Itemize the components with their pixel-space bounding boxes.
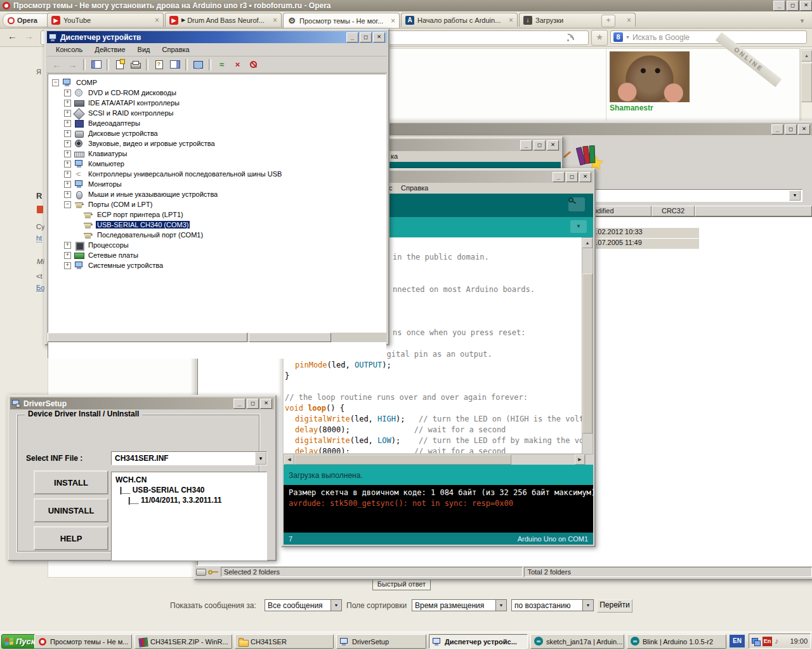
install-button[interactable]: INSTALL — [34, 470, 108, 494]
disable-icon[interactable] — [246, 58, 261, 71]
dropdown-arrow-icon[interactable]: ▼ — [495, 600, 506, 611]
scroll-up-icon[interactable]: ▲ — [801, 50, 812, 62]
network-tray-icon[interactable] — [752, 638, 760, 645]
print-icon[interactable] — [128, 58, 143, 71]
taskbar-item[interactable]: sketch_jan17a | Arduin... — [530, 634, 624, 649]
tab-close-icon[interactable]: × — [627, 16, 631, 25]
opera-minimize-button[interactable] — [773, 1, 785, 11]
close-button[interactable] — [547, 140, 559, 150]
uninstall-icon[interactable]: × — [230, 58, 245, 71]
username-link[interactable]: Shamanestr — [610, 103, 653, 112]
page-fragment-link[interactable]: ht — [36, 234, 42, 242]
winrar-maximize-button[interactable] — [785, 124, 797, 135]
tree-item[interactable]: −COMP — [48, 77, 386, 88]
expand-plus-icon[interactable]: + — [64, 181, 71, 188]
ds-close-button[interactable] — [260, 399, 272, 409]
expand-plus-icon[interactable]: + — [64, 120, 71, 127]
new-tab-button[interactable]: + — [601, 15, 615, 27]
expand-plus-icon[interactable]: + — [64, 161, 71, 168]
expand-plus-icon[interactable]: + — [64, 262, 71, 269]
winrar-column-crc32[interactable]: CRC32 — [652, 206, 695, 216]
tree-item[interactable]: USB-SERIAL CH340 (COM3) — [48, 220, 386, 230]
tree-item[interactable]: Последовательный порт (COM1) — [48, 230, 386, 240]
inf-file-combobox[interactable]: CH341SER.INF ▼ — [111, 451, 267, 465]
tree-item[interactable]: +Звуковые, видео и игровые устройства — [48, 138, 386, 149]
show-posts-select[interactable]: Все сообщения ▼ — [265, 599, 342, 611]
dm-maximize-button[interactable] — [360, 32, 372, 43]
search-input[interactable]: 8 ▼ Искать в Google — [610, 30, 807, 44]
expand-plus-icon[interactable]: + — [64, 110, 71, 117]
scrollbar-thumb[interactable] — [582, 274, 593, 434]
dm-menu-item[interactable]: Консоль — [56, 46, 82, 53]
tree-item[interactable]: +Компьютер — [48, 159, 386, 169]
ds-minimize-button[interactable] — [233, 399, 246, 409]
opera-restore-button[interactable] — [787, 1, 799, 11]
tab-overflow-chevron-icon[interactable]: ▼ — [799, 18, 805, 24]
tree-item[interactable]: +DVD и CD-ROM дисководы — [48, 88, 386, 98]
dm-menu-item[interactable]: Вид — [138, 46, 150, 53]
expand-plus-icon[interactable]: + — [64, 130, 71, 137]
rss-icon[interactable] — [566, 34, 574, 41]
dm-menu-item[interactable]: Справка — [162, 46, 190, 53]
expand-plus-icon[interactable]: + — [64, 150, 71, 157]
browser-tab[interactable]: ▶▶Drum And Bass Neurof...× — [165, 13, 282, 27]
taskbar-item[interactable]: Диспетчер устройс... — [429, 634, 528, 649]
dm-close-button[interactable] — [373, 32, 385, 43]
dm-minimize-button[interactable] — [346, 32, 358, 43]
browser-tab[interactable]: AНачало работы с Arduin...× — [401, 13, 518, 27]
expand-plus-icon[interactable]: + — [64, 140, 71, 147]
browser-tab[interactable]: ↓Загрузки× — [519, 13, 636, 27]
maximize-button[interactable] — [534, 140, 546, 150]
forward-icon[interactable]: → — [65, 58, 80, 71]
winrar-close-button[interactable] — [798, 124, 810, 135]
dropdown-arrow-icon[interactable]: ▼ — [582, 600, 593, 611]
scroll-right-icon[interactable]: ▶ — [575, 454, 585, 465]
winrar-minimize-button[interactable] — [771, 124, 783, 135]
help-button[interactable]: HELP — [34, 526, 108, 550]
opera-close-button[interactable] — [800, 1, 812, 11]
tree-item[interactable]: ECP порт принтера (LPT1) — [48, 209, 386, 220]
back-icon[interactable]: ← — [49, 58, 64, 71]
scrollbar-thumb[interactable] — [801, 63, 812, 102]
expand-plus-icon[interactable]: + — [64, 171, 71, 178]
dropdown-arrow-icon[interactable]: ▼ — [789, 190, 801, 201]
show-action-pane-icon[interactable] — [167, 58, 182, 71]
taskbar-item[interactable]: Blink | Arduino 1.0.5-r2 — [627, 634, 726, 649]
editor-vertical-scrollbar[interactable]: ▲ — [582, 237, 593, 454]
bookmark-star-icon[interactable]: ★ — [591, 30, 608, 46]
scroll-up-icon[interactable]: ▲ — [582, 238, 593, 248]
tree-item[interactable]: +Системные устройства — [48, 260, 386, 270]
expand-plus-icon[interactable]: + — [64, 252, 71, 259]
winrar-add-icon[interactable]: ★ — [575, 143, 602, 170]
tree-item[interactable]: +Мыши и иные указывающие устройства — [48, 189, 386, 199]
scan-hardware-icon[interactable]: ≈ — [214, 58, 229, 71]
tree-item[interactable]: +Сетевые платы — [48, 250, 386, 260]
taskbar-item[interactable]: CH341SER.ZIP - WinR... — [134, 634, 232, 649]
volume-icon[interactable]: ♪ — [775, 637, 778, 646]
opera-menu-button[interactable]: Opera — [3, 13, 53, 27]
go-button[interactable]: Перейти — [597, 599, 632, 613]
minimize-button[interactable] — [520, 140, 532, 150]
expand-plus-icon[interactable]: + — [64, 242, 71, 249]
tree-item[interactable]: +Мониторы — [48, 179, 386, 189]
update-driver-icon[interactable] — [191, 58, 206, 71]
browser-tab[interactable]: ⚙Просмотр темы - Не мог...× — [283, 13, 400, 28]
dm-menu-item[interactable]: Действие — [95, 46, 125, 53]
taskbar-item[interactable]: CH341SER — [235, 634, 334, 649]
forward-button[interactable]: → — [24, 30, 34, 41]
menu-item-help[interactable]: ка — [391, 152, 398, 160]
expand-plus-icon[interactable]: + — [64, 191, 71, 198]
ds-maximize-button[interactable] — [247, 399, 259, 409]
tree-item[interactable]: +IDE ATA/ATAPI контроллеры — [48, 98, 386, 108]
sketch-tab-menu-button[interactable]: ▼ — [570, 220, 587, 233]
sort-field-select[interactable]: Время размещения ▼ — [412, 599, 507, 611]
help-icon[interactable] — [152, 58, 166, 71]
show-console-tree-icon[interactable] — [89, 58, 103, 71]
tree-item[interactable]: +Видеоадаптеры — [48, 118, 386, 128]
arduino-minimize-button[interactable] — [553, 172, 565, 182]
arduino-maximize-button[interactable] — [566, 172, 578, 182]
tab-close-icon[interactable]: × — [155, 16, 159, 25]
search-engine-chevron-icon[interactable]: ▼ — [625, 35, 630, 39]
expand-minus-icon[interactable]: − — [64, 201, 71, 208]
keyboard-layout-icon[interactable]: En — [763, 637, 772, 646]
